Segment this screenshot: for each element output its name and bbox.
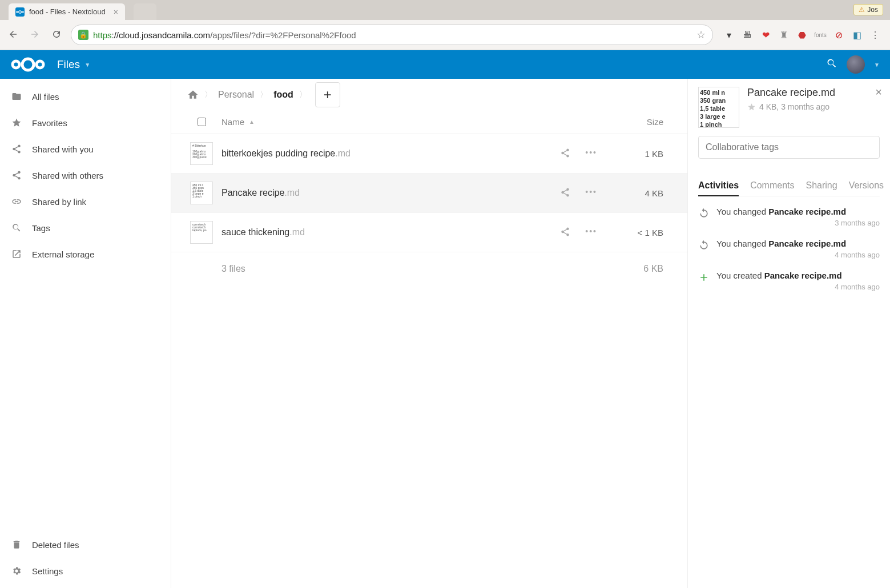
castle-extension-icon[interactable]: ♜ [778, 29, 790, 41]
user-menu-triangle-icon[interactable]: ▼ [874, 62, 880, 68]
folder-icon [11, 91, 22, 102]
nav-label: Favorites [32, 118, 67, 128]
search-icon [11, 223, 22, 233]
details-title: Pancake recipe.md [747, 87, 835, 99]
nav-settings[interactable]: Settings [0, 558, 171, 584]
file-name: Pancake recipe.md [222, 188, 560, 198]
browser-toolbar: 🔒 https://cloud.josandcamila.com/apps/fi… [0, 20, 890, 50]
address-bar[interactable]: 🔒 https://cloud.josandcamila.com/apps/fi… [71, 25, 713, 45]
tags-input[interactable] [698, 136, 880, 159]
nav-label: Shared by link [32, 197, 86, 207]
breadcrumbs: 〉 Personal 〉 food 〉 + [171, 79, 687, 110]
navigation-sidebar: All files Favorites Shared with you Shar… [0, 79, 171, 588]
select-all-checkbox[interactable] [182, 118, 222, 126]
profile-badge[interactable]: ⚠ Jos [853, 4, 883, 15]
tab-comments[interactable]: Comments [750, 176, 794, 196]
close-details-icon[interactable]: × [875, 86, 882, 99]
star-icon [11, 118, 22, 128]
pocket-extension-icon[interactable]: ▾ [723, 29, 735, 41]
tab-sharing[interactable]: Sharing [806, 176, 837, 196]
add-new-button[interactable]: + [315, 82, 340, 107]
more-actions-icon[interactable]: ••• [585, 187, 597, 199]
app-name-label: Files [57, 58, 80, 71]
file-row[interactable]: 450 ml n 350 gran 1,5 table 3 large e 1 … [171, 174, 687, 213]
details-tabs: Activities Comments Sharing Versions [698, 176, 880, 196]
extension-icons: ▾ 🖶 ❤ ♜ ⬣ fonts ⊘ ◧ ⋮ [720, 29, 884, 41]
forward-button[interactable] [27, 27, 42, 43]
nav-list: All files Favorites Shared with you Shar… [0, 79, 171, 531]
tab-close-icon[interactable]: × [114, 7, 118, 17]
fonts-extension-icon[interactable]: fonts [815, 29, 826, 41]
sort-ascending-icon: ▲ [249, 119, 255, 125]
share-icon [11, 144, 22, 154]
sync-icon [698, 240, 710, 251]
app-name-menu[interactable]: Files ▼ [57, 58, 90, 71]
column-name[interactable]: Name ▲ [222, 117, 609, 127]
file-row[interactable]: # Bitterkoe 100g almo 200g almo 300g pow… [171, 134, 687, 174]
file-thumbnail: 450 ml n 350 gran 1,5 table 3 large e 1 … [182, 182, 222, 204]
breadcrumb-food[interactable]: food [268, 85, 299, 104]
gear-icon [11, 566, 22, 576]
nav-favorites[interactable]: Favorites [0, 110, 171, 136]
heart-extension-icon[interactable]: ❤ [760, 29, 771, 41]
tags-input-wrap [698, 136, 880, 159]
file-size: 4 KB [609, 188, 677, 198]
screenshot-extension-icon[interactable]: ◧ [851, 29, 863, 41]
nav-label: External storage [32, 249, 94, 259]
profile-badge-label: Jos [867, 6, 878, 14]
nav-label: All files [32, 92, 59, 102]
url-text: https://cloud.josandcamila.com/apps/file… [93, 30, 692, 40]
lock-icon: 🔒 [78, 30, 88, 40]
activity-time: 4 months ago [716, 251, 880, 259]
bookmark-star-icon[interactable]: ☆ [696, 29, 706, 41]
ublock-extension-icon[interactable]: ⬣ [796, 29, 808, 41]
link-icon [11, 196, 22, 207]
nav-shared-with-you[interactable]: Shared with you [0, 136, 171, 162]
nav-shared-with-others[interactable]: Shared with others [0, 162, 171, 188]
breadcrumb-personal[interactable]: Personal [212, 85, 260, 104]
nav-all-files[interactable]: All files [0, 83, 171, 110]
file-row[interactable]: cornstarch cornstarch tapioca, posauce t… [171, 213, 687, 252]
warning-icon: ⚠ [859, 6, 865, 14]
nav-tags[interactable]: Tags [0, 215, 171, 241]
tab-activities[interactable]: Activities [698, 176, 739, 196]
nav-deleted-files[interactable]: Deleted files [0, 531, 171, 558]
nav-bottom: Deleted files Settings [0, 531, 171, 588]
column-size[interactable]: Size [609, 117, 677, 127]
reload-button[interactable] [49, 27, 64, 43]
browser-tab[interactable]: food - Files - Nextcloud × [9, 3, 125, 20]
summary-total-size: 6 KB [609, 264, 677, 274]
activities-list: You changed Pancake recipe.md3 months ag… [698, 207, 880, 291]
chrome-menu-icon[interactable]: ⋮ [869, 29, 881, 41]
more-actions-icon[interactable]: ••• [585, 148, 597, 160]
breadcrumb-home[interactable] [182, 84, 204, 105]
share-icon[interactable] [560, 187, 570, 199]
svg-point-3 [22, 59, 34, 70]
share-icon [11, 170, 22, 180]
nav-external-storage[interactable]: External storage [0, 241, 171, 267]
nextcloud-logo-icon[interactable] [10, 56, 46, 73]
more-actions-icon[interactable]: ••• [585, 227, 597, 239]
file-list-header: Name ▲ Size [171, 110, 687, 134]
nav-label: Shared with you [32, 144, 94, 154]
printer-extension-icon[interactable]: 🖶 [742, 29, 753, 41]
star-outline-icon[interactable] [747, 103, 756, 111]
back-button[interactable] [6, 27, 21, 43]
share-icon[interactable] [560, 148, 570, 160]
nav-shared-by-link[interactable]: Shared by link [0, 188, 171, 215]
file-thumbnail: cornstarch cornstarch tapioca, po [182, 221, 222, 244]
tab-strip: food - Files - Nextcloud × ⚠ Jos [0, 0, 890, 20]
blocker-extension-icon[interactable]: ⊘ [833, 29, 844, 41]
activity-text: You changed Pancake recipe.md [716, 207, 880, 216]
search-icon[interactable] [826, 58, 837, 72]
tab-versions[interactable]: Versions [849, 176, 884, 196]
trash-icon [11, 539, 22, 550]
svg-point-0 [19, 10, 22, 13]
user-avatar[interactable] [847, 55, 865, 74]
share-icon[interactable] [560, 227, 570, 239]
nav-label: Settings [32, 566, 63, 576]
activity-text: You created Pancake recipe.md [716, 271, 880, 280]
new-tab-button[interactable] [134, 3, 156, 20]
external-icon [11, 249, 22, 259]
app-body: All files Favorites Shared with you Shar… [0, 79, 890, 588]
